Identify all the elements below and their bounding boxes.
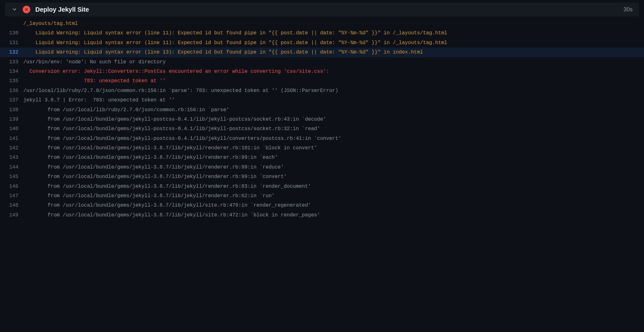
line-content: from /usr/local/bundle/gems/jekyll-3.8.7… — [23, 191, 639, 201]
log-line[interactable]: 144 from /usr/local/bundle/gems/jekyll-3… — [0, 163, 644, 172]
log-line[interactable]: 131 Liquid Warning: Liquid syntax error … — [0, 38, 644, 48]
line-number: 146 — [5, 182, 23, 191]
line-content: /usr/local/lib/ruby/2.7.0/json/common.rb… — [23, 86, 639, 95]
job-duration: 30s — [624, 6, 633, 13]
log-line[interactable]: 142 from /usr/local/bundle/gems/jekyll-3… — [0, 143, 644, 153]
line-content: Liquid Warning: Liquid syntax error (lin… — [23, 38, 639, 48]
line-content: from /usr/local/bundle/gems/jekyll-postc… — [23, 124, 639, 134]
job-header: Deploy Jekyll Site 30s — [5, 3, 639, 16]
log-line[interactable]: 146 from /usr/local/bundle/gems/jekyll-3… — [0, 182, 644, 191]
log-line[interactable]: /_layouts/tag.html — [0, 19, 644, 28]
status-error-icon — [23, 6, 30, 13]
job-header-left: Deploy Jekyll Site — [11, 6, 89, 13]
log-output[interactable]: /_layouts/tag.html130 Liquid Warning: Li… — [0, 19, 644, 222]
log-line[interactable]: 137jekyll 3.8.7 | Error: 783: unexpected… — [0, 95, 644, 105]
line-number: 144 — [5, 163, 23, 172]
log-line[interactable]: 141 from /usr/local/bundle/gems/jekyll-p… — [0, 134, 644, 143]
line-content: from /usr/local/bundle/gems/jekyll-postc… — [23, 115, 639, 124]
line-content: /usr/bin/env: 'node': No such file or di… — [23, 57, 639, 67]
log-line[interactable]: 135 783: unexpected token at '' — [0, 76, 644, 86]
line-content: from /usr/local/bundle/gems/jekyll-3.8.7… — [23, 163, 639, 172]
line-number: 147 — [5, 191, 23, 201]
line-number: 138 — [5, 105, 23, 115]
line-number: 132 — [5, 48, 23, 57]
collapse-chevron-icon[interactable] — [11, 6, 18, 13]
line-content: from /usr/local/bundle/gems/jekyll-3.8.7… — [23, 172, 639, 181]
line-number: 130 — [5, 28, 23, 38]
job-title: Deploy Jekyll Site — [35, 6, 89, 13]
line-content: Liquid Warning: Liquid syntax error (lin… — [23, 48, 639, 57]
line-content: Conversion error: Jekyll::Converters::Po… — [23, 67, 639, 76]
log-line[interactable]: 143 from /usr/local/bundle/gems/jekyll-3… — [0, 153, 644, 162]
line-number: 134 — [5, 67, 23, 76]
log-line[interactable]: 139 from /usr/local/bundle/gems/jekyll-p… — [0, 115, 644, 124]
line-content: from /usr/local/bundle/gems/jekyll-3.8.7… — [23, 210, 639, 220]
line-content: from /usr/local/bundle/gems/jekyll-3.8.7… — [23, 182, 639, 191]
log-line[interactable]: 136/usr/local/lib/ruby/2.7.0/json/common… — [0, 86, 644, 95]
line-number: 141 — [5, 134, 23, 143]
line-number: 133 — [5, 57, 23, 67]
log-line[interactable]: 145 from /usr/local/bundle/gems/jekyll-3… — [0, 172, 644, 181]
line-number: 131 — [5, 38, 23, 48]
line-number: 135 — [5, 76, 23, 86]
line-content: from /usr/local/bundle/gems/jekyll-3.8.7… — [23, 201, 639, 210]
line-number: 145 — [5, 172, 23, 181]
line-content: /_layouts/tag.html — [23, 19, 639, 28]
log-line[interactable]: 133/usr/bin/env: 'node': No such file or… — [0, 57, 644, 67]
log-line[interactable]: 148 from /usr/local/bundle/gems/jekyll-3… — [0, 201, 644, 210]
log-line[interactable]: 132 Liquid Warning: Liquid syntax error … — [0, 48, 644, 57]
line-content: from /usr/local/bundle/gems/jekyll-3.8.7… — [23, 153, 639, 162]
log-line[interactable]: 140 from /usr/local/bundle/gems/jekyll-p… — [0, 124, 644, 134]
log-line[interactable]: 149 from /usr/local/bundle/gems/jekyll-3… — [0, 210, 644, 220]
line-number: 140 — [5, 124, 23, 134]
line-number: 137 — [5, 95, 23, 105]
line-number: 148 — [5, 201, 23, 210]
log-line[interactable]: 147 from /usr/local/bundle/gems/jekyll-3… — [0, 191, 644, 201]
line-number: 142 — [5, 143, 23, 153]
log-line[interactable]: 134 Conversion error: Jekyll::Converters… — [0, 67, 644, 76]
line-number: 143 — [5, 153, 23, 162]
line-content: 783: unexpected token at '' — [23, 76, 639, 86]
line-number: 136 — [5, 86, 23, 95]
line-content: from /usr/local/lib/ruby/2.7.0/json/comm… — [23, 105, 639, 115]
log-line[interactable]: 130 Liquid Warning: Liquid syntax error … — [0, 28, 644, 38]
line-content: jekyll 3.8.7 | Error: 783: unexpected to… — [23, 95, 639, 105]
line-content: from /usr/local/bundle/gems/jekyll-3.8.7… — [23, 143, 639, 153]
line-number: 149 — [5, 210, 23, 220]
log-line[interactable]: 138 from /usr/local/lib/ruby/2.7.0/json/… — [0, 105, 644, 115]
line-number: 139 — [5, 115, 23, 124]
line-content: Liquid Warning: Liquid syntax error (lin… — [23, 28, 639, 38]
line-content: from /usr/local/bundle/gems/jekyll-postc… — [23, 134, 639, 143]
